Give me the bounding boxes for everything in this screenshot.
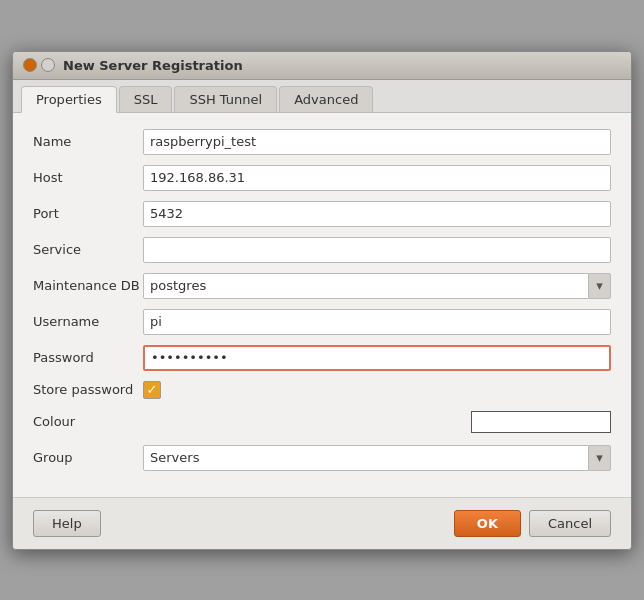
maintenance-db-container: ▾ [143, 273, 611, 299]
store-password-checkbox-container [143, 381, 161, 399]
tab-ssl[interactable]: SSL [119, 86, 173, 112]
tab-advanced[interactable]: Advanced [279, 86, 373, 112]
window-controls [23, 58, 55, 72]
username-row: Username [33, 309, 611, 335]
name-row: Name [33, 129, 611, 155]
username-label: Username [33, 314, 143, 329]
name-label: Name [33, 134, 143, 149]
new-server-dialog: New Server Registration Properties SSL S… [12, 51, 632, 550]
maintenance-db-row: Maintenance DB ▾ [33, 273, 611, 299]
password-label: Password [33, 350, 143, 365]
title-bar: New Server Registration [13, 52, 631, 80]
store-password-checkbox[interactable] [143, 381, 161, 399]
group-dropdown-icon[interactable]: ▾ [589, 445, 611, 471]
colour-row: Colour [33, 409, 611, 435]
maintenance-db-label: Maintenance DB [33, 278, 143, 293]
footer: Help OK Cancel [13, 497, 631, 549]
colour-label: Colour [33, 414, 143, 429]
service-label: Service [33, 242, 143, 257]
cancel-button[interactable]: Cancel [529, 510, 611, 537]
port-input[interactable] [143, 201, 611, 227]
host-row: Host [33, 165, 611, 191]
group-input[interactable] [143, 445, 589, 471]
minimize-button[interactable] [41, 58, 55, 72]
maintenance-db-input[interactable] [143, 273, 589, 299]
username-input[interactable] [143, 309, 611, 335]
colour-picker[interactable] [471, 411, 611, 433]
tab-bar: Properties SSL SSH Tunnel Advanced [13, 80, 631, 113]
window-title: New Server Registration [63, 58, 621, 73]
store-password-label: Store password [33, 382, 143, 397]
port-row: Port [33, 201, 611, 227]
tab-ssh-tunnel[interactable]: SSH Tunnel [174, 86, 277, 112]
host-input[interactable] [143, 165, 611, 191]
tab-properties[interactable]: Properties [21, 86, 117, 113]
maintenance-db-dropdown-icon[interactable]: ▾ [589, 273, 611, 299]
name-input[interactable] [143, 129, 611, 155]
close-button[interactable] [23, 58, 37, 72]
password-input[interactable] [143, 345, 611, 371]
group-row: Group ▾ [33, 445, 611, 471]
host-label: Host [33, 170, 143, 185]
service-row: Service [33, 237, 611, 263]
ok-button[interactable]: OK [454, 510, 521, 537]
help-button[interactable]: Help [33, 510, 101, 537]
store-password-row: Store password [33, 381, 611, 399]
colour-spacer [143, 409, 611, 435]
footer-right-buttons: OK Cancel [454, 510, 611, 537]
port-label: Port [33, 206, 143, 221]
group-label: Group [33, 450, 143, 465]
password-row: Password [33, 345, 611, 371]
service-input[interactable] [143, 237, 611, 263]
group-container: ▾ [143, 445, 611, 471]
form-content: Name Host Port Service Maintenance DB ▾ … [13, 113, 631, 497]
